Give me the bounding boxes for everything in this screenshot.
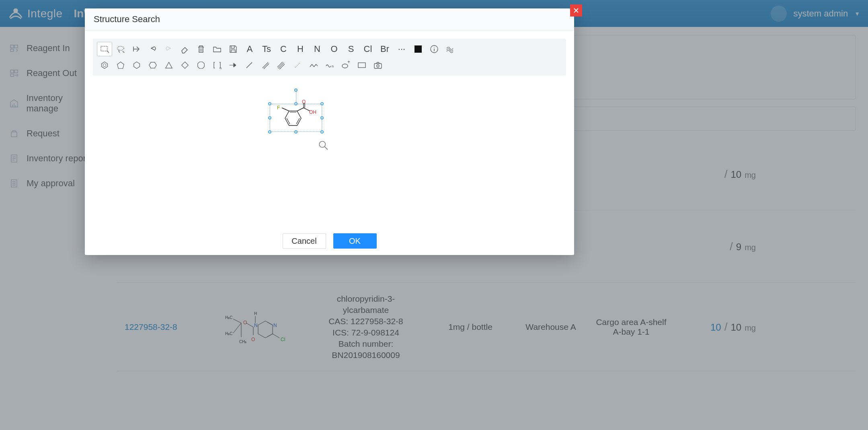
svg-marker-25: [182, 62, 189, 69]
svg-point-29: [342, 64, 348, 68]
structure-search-modal: Structure Search A Ts C H N: [85, 8, 574, 255]
svg-marker-22: [134, 62, 140, 69]
svg-point-35: [319, 141, 325, 147]
hexagon-alt-tool[interactable]: [145, 58, 160, 72]
pentagon-tool[interactable]: [113, 58, 128, 72]
atom-ts[interactable]: Ts: [259, 42, 275, 56]
svg-rect-16: [101, 46, 107, 51]
cancel-button[interactable]: Cancel: [283, 233, 326, 249]
atom-o[interactable]: O: [326, 42, 342, 56]
modal-body: A Ts C H N O S Cl Br ···: [85, 31, 574, 255]
atom-br[interactable]: Br: [377, 42, 393, 56]
close-icon: [573, 8, 579, 13]
magnifier-icon[interactable]: [318, 140, 328, 150]
bracket-tool[interactable]: n: [209, 58, 225, 72]
ok-button[interactable]: OK: [333, 233, 377, 249]
atom-c[interactable]: C: [275, 42, 291, 56]
open-tool[interactable]: [209, 42, 225, 56]
single-bond-tool[interactable]: [242, 58, 257, 72]
svg-marker-26: [198, 62, 205, 69]
lasso-tool[interactable]: [113, 42, 128, 56]
double-bond-tool[interactable]: [258, 58, 273, 72]
svg-point-17: [117, 46, 124, 50]
benzene-tool[interactable]: [97, 58, 112, 72]
atom-more[interactable]: ···: [394, 42, 410, 56]
structure-canvas[interactable]: O OH F: [85, 76, 574, 227]
atom-cl[interactable]: Cl: [360, 42, 376, 56]
triple-bond-tool[interactable]: [274, 58, 289, 72]
svg-text:n: n: [332, 64, 334, 68]
hexagon-tool[interactable]: [129, 58, 144, 72]
save-tool[interactable]: [226, 42, 241, 56]
atom-n[interactable]: N: [309, 42, 325, 56]
modal-footer: Cancel OK: [85, 227, 574, 255]
chain-tool[interactable]: [306, 58, 321, 72]
delete-tool[interactable]: [193, 42, 209, 56]
molecule-selection[interactable]: O OH F: [270, 100, 322, 136]
color-swatch-icon: [415, 45, 422, 53]
svg-rect-32: [374, 64, 382, 68]
select-rect-tool[interactable]: [97, 42, 112, 56]
sn-chain-tool[interactable]: n: [322, 58, 337, 72]
editor-toolbar: A Ts C H N O S Cl Br ···: [93, 39, 566, 76]
atom-h[interactable]: H: [292, 42, 308, 56]
undo-tool[interactable]: [145, 42, 160, 56]
close-button[interactable]: [570, 4, 582, 16]
svg-marker-21: [117, 62, 124, 69]
svg-marker-24: [166, 62, 172, 68]
toolbar-row-1: A Ts C H N O S Cl Br ···: [97, 41, 562, 57]
charge-tool[interactable]: +: [338, 58, 353, 72]
rotation-handle[interactable]: [294, 88, 298, 92]
sketch-tool[interactable]: [443, 42, 458, 56]
textbox-tool[interactable]: [354, 58, 369, 72]
camera-tool[interactable]: [370, 58, 386, 72]
atom-s[interactable]: S: [343, 42, 359, 56]
modal-header: Structure Search: [85, 8, 574, 31]
modal-title: Structure Search: [94, 14, 160, 25]
svg-text:+: +: [347, 60, 350, 65]
arrow-tool[interactable]: [226, 58, 241, 72]
svg-marker-23: [149, 62, 156, 68]
atom-o-label: O: [302, 99, 306, 105]
atom-f-label: F: [277, 105, 280, 111]
hash-bond-tool[interactable]: [290, 58, 305, 72]
svg-marker-34: [285, 111, 301, 126]
svg-point-20: [103, 64, 106, 66]
svg-text:n: n: [220, 66, 222, 70]
eraser-tool[interactable]: [177, 42, 193, 56]
toolbar-row-2: n n +: [97, 57, 562, 73]
color-tool[interactable]: [410, 42, 426, 56]
octagon-tool[interactable]: [193, 58, 209, 72]
svg-marker-19: [102, 62, 108, 69]
redo-tool[interactable]: [161, 42, 176, 56]
info-tool[interactable]: [427, 42, 442, 56]
atom-oh-label: OH: [309, 109, 316, 115]
svg-point-33: [377, 65, 379, 67]
move-tool[interactable]: [129, 42, 144, 56]
svg-rect-31: [358, 63, 365, 68]
diamond-tool[interactable]: [177, 58, 193, 72]
atom-a[interactable]: A: [242, 42, 258, 56]
triangle-tool[interactable]: [161, 58, 176, 72]
